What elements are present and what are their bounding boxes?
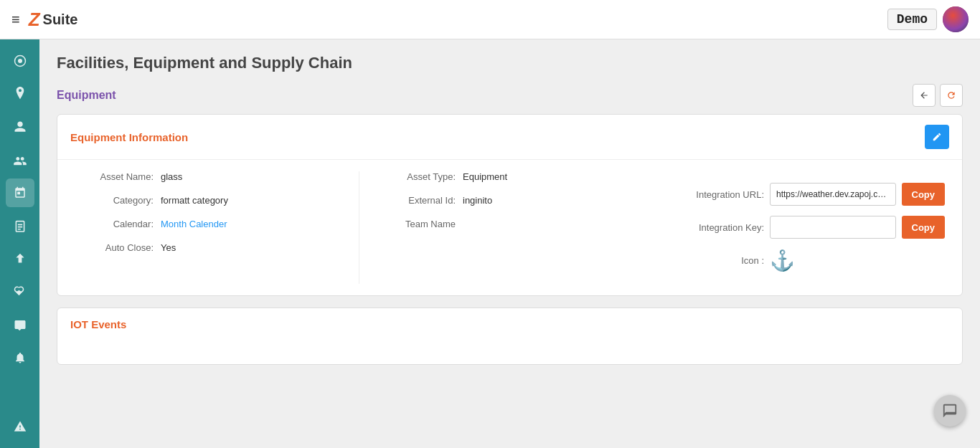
main-layout: Facilities, Equipment and Supply Chain E… <box>0 39 980 448</box>
category-value: formatt category <box>161 195 228 206</box>
content-area: Facilities, Equipment and Supply Chain E… <box>39 39 980 448</box>
avatar[interactable] <box>943 6 969 32</box>
copy-url-button[interactable]: Copy <box>902 183 946 206</box>
calendar-label: Calendar: <box>75 219 154 229</box>
external-id-label: External Id: <box>377 195 456 206</box>
refresh-button[interactable] <box>940 84 963 107</box>
equipment-section-header: Equipment <box>57 84 963 107</box>
info-column-middle: Asset Type: Equipment External Id: ingin… <box>359 171 661 284</box>
sidebar-item-calendar[interactable] <box>6 178 34 207</box>
sidebar-item-messages[interactable] <box>6 310 34 339</box>
page-title: Facilities, Equipment and Supply Chain <box>57 54 963 72</box>
integration-url-row: Integration URL: Copy <box>678 183 945 206</box>
section-actions <box>913 84 963 107</box>
integration-key-row: Integration Key: Copy <box>678 216 945 239</box>
sidebar-item-dashboard[interactable] <box>6 47 34 75</box>
card-header-title: Equipment Information <box>70 131 188 143</box>
team-name-row: Team Name <box>377 219 644 229</box>
top-navbar: ≡ Z Suite Demo <box>0 0 980 39</box>
card-header: Equipment Information <box>57 115 962 160</box>
sidebar-item-tools[interactable] <box>6 277 34 306</box>
anchor-icon: ⚓ <box>770 249 795 272</box>
integration-key-label: Integration Key: <box>678 222 764 233</box>
integration-url-input[interactable] <box>770 183 896 206</box>
logo-area: Z Suite <box>29 9 78 31</box>
navbar-left: ≡ Z Suite <box>11 9 77 31</box>
asset-name-label: Asset Name: <box>75 171 154 182</box>
avatar-image <box>943 6 969 32</box>
sidebar-item-tasks[interactable] <box>6 211 34 240</box>
integration-column: Integration URL: Copy Integration Key: C… <box>661 171 962 284</box>
sidebar-item-import[interactable] <box>6 244 34 273</box>
integration-key-input[interactable] <box>770 216 896 239</box>
copy-key-button[interactable]: Copy <box>902 216 946 239</box>
asset-type-label: Asset Type: <box>377 171 456 182</box>
demo-badge: Demo <box>887 9 937 30</box>
calendar-row: Calendar: Month Calender <box>75 219 341 229</box>
logo-name: Suite <box>43 11 78 28</box>
iot-events-card: IOT Events <box>57 308 963 365</box>
icon-field-label: Icon : <box>678 255 764 266</box>
equipment-info-body: Asset Name: glass Category: formatt cate… <box>57 160 962 295</box>
sidebar-item-location[interactable] <box>6 80 34 108</box>
asset-type-row: Asset Type: Equipment <box>377 171 644 182</box>
external-id-value: inginito <box>463 195 492 206</box>
navbar-right: Demo <box>887 6 969 32</box>
team-name-label: Team Name <box>377 219 456 229</box>
integration-url-label: Integration URL: <box>678 189 764 200</box>
auto-close-row: Auto Close: Yes <box>75 242 341 253</box>
info-column-left: Asset Name: glass Category: formatt cate… <box>57 171 359 284</box>
auto-close-value: Yes <box>161 242 176 253</box>
iot-events-title: IOT Events <box>70 318 126 330</box>
chat-bubble[interactable] <box>934 395 966 426</box>
asset-type-value: Equipment <box>463 171 507 182</box>
sidebar-item-warning[interactable] <box>6 412 34 441</box>
calendar-value[interactable]: Month Calender <box>161 219 227 229</box>
category-row: Category: formatt category <box>75 195 341 206</box>
asset-name-value: glass <box>161 171 182 182</box>
sidebar <box>0 39 39 448</box>
equipment-info-card: Equipment Information Asset Name: glass … <box>57 114 963 296</box>
icon-area: Icon : ⚓ <box>678 249 945 272</box>
auto-close-label: Auto Close: <box>75 242 154 253</box>
svg-point-1 <box>18 59 22 63</box>
category-label: Category: <box>75 195 154 206</box>
sidebar-item-teams[interactable] <box>6 146 34 174</box>
hamburger-icon[interactable]: ≡ <box>11 11 20 28</box>
equipment-section-title: Equipment <box>57 89 116 102</box>
logo-z-icon: Z <box>29 9 40 31</box>
external-id-row: External Id: inginito <box>377 195 644 206</box>
edit-button[interactable] <box>925 125 949 149</box>
asset-name-row: Asset Name: glass <box>75 171 341 182</box>
sidebar-item-alerts[interactable] <box>6 343 34 372</box>
back-button[interactable] <box>913 84 936 107</box>
sidebar-item-users[interactable] <box>6 113 34 141</box>
